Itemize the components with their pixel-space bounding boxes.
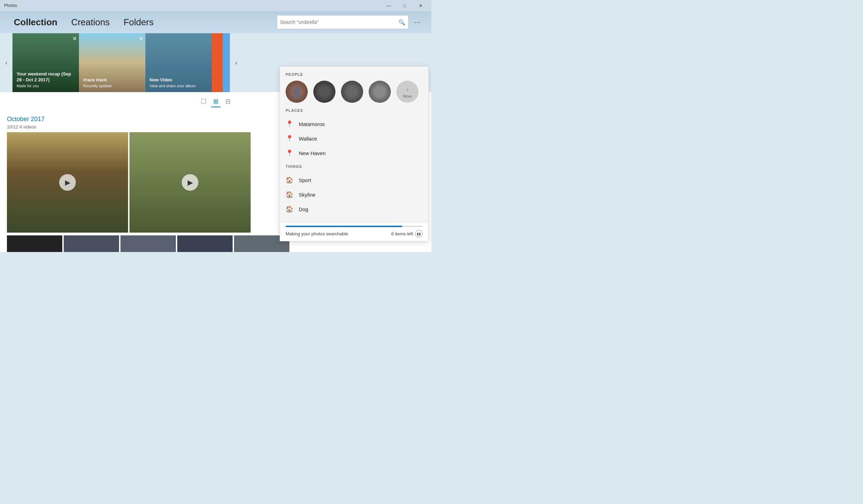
location-icon-3: 📍 [286, 149, 293, 157]
things-icon-2: 🏠 [286, 191, 293, 198]
place-item-matamoros[interactable]: 📍 Matamoros [286, 117, 423, 131]
view-compact-button[interactable]: ⊟ [223, 96, 233, 107]
story-text-3: New Video View and share your album [150, 77, 208, 88]
thing-name-3: Dog [299, 206, 308, 212]
place-item-wallace[interactable]: 📍 Wallace [286, 131, 423, 146]
search-button[interactable]: 🔍 [398, 19, 405, 26]
story-title-1: Your weekend recap (Sep 29 - Oct 2 2017) [17, 71, 75, 83]
story-text-1: Your weekend recap (Sep 29 - Oct 2 2017)… [17, 71, 75, 88]
story-subtitle-3: View and share your album [150, 84, 208, 88]
progress-text: Making your photos searchable 6 items le… [286, 230, 423, 237]
progress-section: Making your photos searchable 6 items le… [280, 222, 428, 241]
search-box: 🔍 [277, 15, 408, 29]
avatar-image-3 [341, 81, 363, 103]
thumb-4[interactable] [177, 235, 233, 252]
story-title-3: New Video [150, 77, 208, 83]
view-grid-button[interactable]: ⊞ [211, 96, 221, 107]
location-icon-1: 📍 [286, 120, 293, 128]
view-single-button[interactable]: ☐ [199, 96, 208, 107]
story-title-2: #race track [83, 77, 141, 83]
story-subtitle-2: Recently spotted [83, 84, 141, 88]
place-name-2: Wallace [299, 136, 317, 142]
avatar-image-4 [369, 81, 391, 103]
more-button[interactable]: ⋯ [411, 17, 424, 28]
story-close-2[interactable]: ✕ [139, 35, 143, 42]
place-name-3: New Haven [299, 150, 326, 156]
titlebar: Photos — □ ✕ [0, 0, 431, 11]
window-controls: — □ ✕ [381, 0, 429, 11]
play-button-2[interactable]: ▶ [182, 174, 198, 191]
play-button-1[interactable]: ▶ [59, 174, 76, 191]
progress-right: 6 items left ▮▮ [391, 230, 423, 237]
pause-button[interactable]: ▮▮ [415, 230, 423, 237]
thumb-2[interactable] [64, 235, 119, 252]
places-section-label: PLACES [286, 108, 423, 112]
person-avatar-1[interactable]: 👤 [286, 81, 308, 103]
story-card-1[interactable]: ✕ Your weekend recap (Sep 29 - Oct 2 201… [12, 33, 79, 92]
stories-prev-button[interactable]: ‹ [0, 33, 12, 92]
progress-label: Making your photos searchable [286, 231, 348, 236]
search-dropdown: PEOPLE 👤 › More PL [280, 66, 429, 241]
story-text-2: #race track Recently spotted [83, 77, 141, 88]
place-name-1: Matamoros [299, 121, 325, 127]
things-icon-1: 🏠 [286, 176, 293, 184]
thing-item-sport[interactable]: 🏠 Sport [286, 173, 423, 187]
navbar: Collection Creations Folders 🔍 ⋯ [0, 11, 431, 33]
nav-creations[interactable]: Creations [64, 11, 117, 33]
more-people-button[interactable]: › More [396, 81, 419, 103]
nav-folders[interactable]: Folders [117, 11, 161, 33]
thing-item-dog[interactable]: 🏠 Dog [286, 202, 423, 216]
story-subtitle-1: Made for you [17, 84, 75, 88]
main-content: ‹ ✕ Your weekend recap (Sep 29 - Oct 2 2… [0, 33, 431, 252]
thumb-1[interactable] [7, 235, 62, 252]
progress-bar-background [286, 226, 423, 227]
more-label: More [403, 94, 412, 98]
progress-bar-fill [286, 226, 402, 227]
things-icon-3: 🏠 [286, 205, 293, 213]
avatar-image-2 [313, 81, 335, 103]
people-row: 👤 › More [286, 81, 423, 103]
video-thumb-2[interactable]: ▶ [129, 132, 251, 233]
thumb-3[interactable] [120, 235, 176, 252]
nav-collection[interactable]: Collection [7, 11, 64, 33]
thing-name-2: Skyline [299, 192, 315, 198]
video-thumb-1[interactable]: ▶ [7, 132, 128, 233]
minimize-button[interactable]: — [381, 0, 397, 11]
close-button[interactable]: ✕ [413, 0, 429, 11]
story-card-2[interactable]: ✕ #race track Recently spotted [79, 33, 145, 92]
person-avatar-3[interactable] [341, 81, 363, 103]
search-dropdown-inner: PEOPLE 👤 › More PL [280, 67, 428, 222]
avatar-image-1: 👤 [286, 81, 308, 103]
thing-item-skyline[interactable]: 🏠 Skyline [286, 187, 423, 202]
location-icon-2: 📍 [286, 135, 293, 142]
chevron-right-icon: › [406, 86, 409, 93]
story-card-partial-1 [212, 33, 223, 92]
app-title: Photos [3, 3, 17, 8]
things-section-label: THINGS [286, 164, 423, 169]
story-close-1[interactable]: ✕ [72, 35, 77, 42]
person-avatar-2[interactable] [313, 81, 335, 103]
story-card-3[interactable]: New Video View and share your album [145, 33, 212, 92]
stories-next-button[interactable]: › [230, 33, 242, 92]
people-section-label: PEOPLE [286, 72, 423, 76]
thing-name-1: Sport [299, 177, 311, 183]
story-card-partial-2 [223, 33, 230, 92]
search-input[interactable] [280, 19, 398, 25]
person-avatar-4[interactable] [369, 81, 391, 103]
maximize-button[interactable]: □ [397, 0, 413, 11]
place-item-newhaven[interactable]: 📍 New Haven [286, 146, 423, 160]
progress-count: 6 items left [391, 231, 413, 236]
